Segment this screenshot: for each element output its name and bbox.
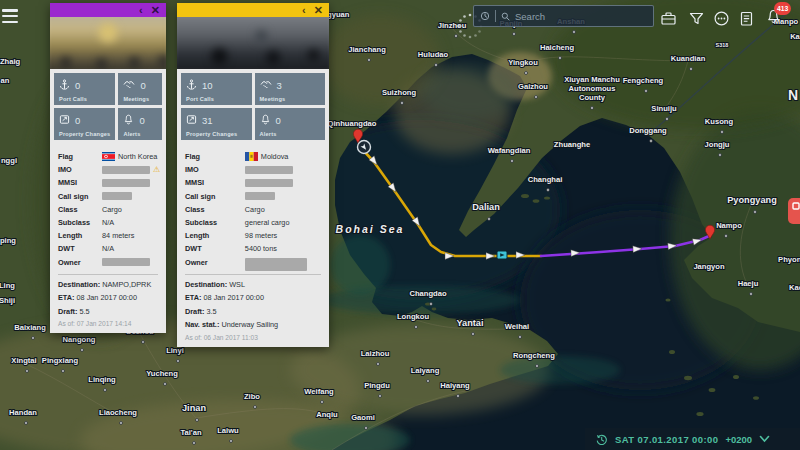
- city-dot: [719, 154, 722, 157]
- waypoint-vessel-marker[interactable]: [497, 251, 507, 259]
- detail-row-call-sign: Call sign: [58, 190, 158, 203]
- detail-row-subclass: SubclassN/A: [58, 216, 158, 229]
- map-label: ping: [0, 236, 16, 245]
- stat-tile-alerts[interactable]: 0Alerts: [118, 108, 162, 140]
- more-icon[interactable]: [713, 10, 730, 27]
- map-label: Laiwu: [217, 426, 239, 435]
- stat-tile-port-calls[interactable]: 0Port Calls: [54, 73, 115, 105]
- clipboard-icon[interactable]: [738, 10, 755, 27]
- search-icon: [501, 11, 510, 22]
- map-label: Jinan: [182, 403, 206, 413]
- city-dot: [457, 395, 460, 398]
- eta-value: 08 Jan 2017 00:00: [204, 293, 264, 302]
- menu-icon[interactable]: [2, 9, 18, 23]
- destination-label: Destination:: [185, 280, 227, 289]
- stat-tile-property-changes[interactable]: 0Property Changes: [54, 108, 115, 140]
- collapse-chevron-icon[interactable]: ‹: [139, 5, 143, 16]
- stat-tile-meetings[interactable]: 3Meetings: [255, 73, 326, 105]
- map-label: Kae: [789, 283, 800, 292]
- stat-tile-property-changes[interactable]: 31Property Changes: [181, 108, 252, 140]
- stat-value: 0: [140, 80, 145, 91]
- anchor-icon: [186, 76, 197, 94]
- detail-label: Class: [58, 205, 102, 214]
- time-control-bar[interactable]: SAT 07.01.2017 00:00 +0200: [585, 428, 800, 450]
- map-label: Nampo: [716, 221, 742, 230]
- city-dot: [32, 337, 35, 340]
- search-input[interactable]: [515, 11, 647, 22]
- edge-alert-marker[interactable]: [788, 198, 800, 224]
- city-dot: [379, 395, 382, 398]
- map-label: Changdao: [409, 289, 446, 298]
- map-label: Pyongyang: [727, 195, 777, 205]
- city-dot: [254, 406, 257, 409]
- map-label: Yucheng: [146, 369, 178, 378]
- map-label: Jianchang: [348, 45, 386, 54]
- map-label: Handan: [9, 408, 37, 417]
- detail-row-mmsi: MMSI: [185, 176, 321, 189]
- chevron-down-icon[interactable]: [759, 435, 770, 443]
- as-of-text: As of: 06 Jan 2017 11:03: [185, 334, 321, 341]
- history-clock-icon[interactable]: [480, 10, 490, 22]
- warning-icon: ⚠: [153, 166, 160, 174]
- detail-row-dwt: DWT5400 tons: [185, 242, 321, 255]
- vessel-photo: [50, 17, 166, 69]
- map-label: Bohai Sea: [336, 223, 405, 235]
- city-dot: [650, 140, 653, 143]
- search-bar[interactable]: [473, 5, 654, 27]
- city-dot: [519, 336, 522, 339]
- map-label: Weihai: [505, 322, 529, 331]
- map-label: Donggang: [629, 126, 667, 135]
- detail-row-mmsi: MMSI: [58, 176, 158, 189]
- city-dot: [177, 360, 180, 363]
- stat-tile-alerts[interactable]: 0Alerts: [255, 108, 326, 140]
- stat-label: Port Calls: [186, 96, 247, 102]
- city-dot: [142, 341, 145, 344]
- map-label: Longkou: [397, 312, 429, 321]
- city-dot: [401, 102, 404, 105]
- map-label: N: [788, 87, 798, 103]
- vessel-heading-marker[interactable]: [358, 141, 371, 154]
- stat-tile-meetings[interactable]: 0Meetings: [118, 73, 162, 105]
- map-label: Haicheng: [540, 43, 575, 52]
- detail-value: Cargo: [245, 205, 265, 214]
- map-label: Zhaig: [0, 57, 20, 66]
- map-label: Rongcheng: [513, 351, 555, 360]
- city-dot: [120, 422, 123, 425]
- stat-label: Meetings: [260, 96, 321, 102]
- city-dot: [104, 389, 107, 392]
- redacted-value: [102, 166, 150, 174]
- close-icon[interactable]: ✕: [151, 5, 160, 16]
- stat-tile-port-calls[interactable]: 10Port Calls: [181, 73, 252, 105]
- voyage-footer: Destination: NAMPO,DPRK ETA: 08 Jan 2017…: [58, 274, 158, 334]
- eta-value: 08 Jan 2017 00:00: [77, 293, 137, 302]
- city-dot: [230, 440, 233, 443]
- map-label: Tai'an: [180, 428, 201, 437]
- city-dot: [573, 31, 576, 34]
- city-dot: [525, 72, 528, 75]
- map-label: Zhuanghe: [554, 140, 590, 149]
- redacted-value: [102, 192, 132, 200]
- map-label: Kusong: [705, 117, 734, 126]
- collapse-chevron-icon[interactable]: ‹: [302, 5, 306, 16]
- detail-label: Subclass: [185, 218, 245, 227]
- detail-row-flag: FlagMoldova: [185, 150, 321, 163]
- panel-header: ‹ ✕: [177, 3, 329, 17]
- city-dot: [559, 57, 562, 60]
- stat-value: 0: [75, 80, 80, 91]
- detail-label: MMSI: [58, 178, 102, 187]
- filter-icon[interactable]: [688, 10, 705, 27]
- stat-label: Property Changes: [59, 131, 110, 137]
- notification-badge[interactable]: 413: [774, 2, 791, 15]
- briefcase-icon[interactable]: [660, 10, 677, 27]
- detail-row-owner: Owner: [58, 256, 158, 269]
- draft-label: Draft:: [58, 307, 77, 316]
- city-dot: [721, 131, 724, 134]
- nav-status-value: Underway Sailing: [221, 320, 278, 329]
- city-dot: [488, 218, 491, 221]
- detail-value: North Korea: [118, 152, 157, 161]
- stat-value: 3: [277, 80, 282, 91]
- city-dot: [725, 235, 728, 238]
- close-icon[interactable]: ✕: [314, 5, 323, 16]
- map-label: Gaomi: [351, 413, 375, 422]
- map-label: Yingkou: [508, 58, 538, 67]
